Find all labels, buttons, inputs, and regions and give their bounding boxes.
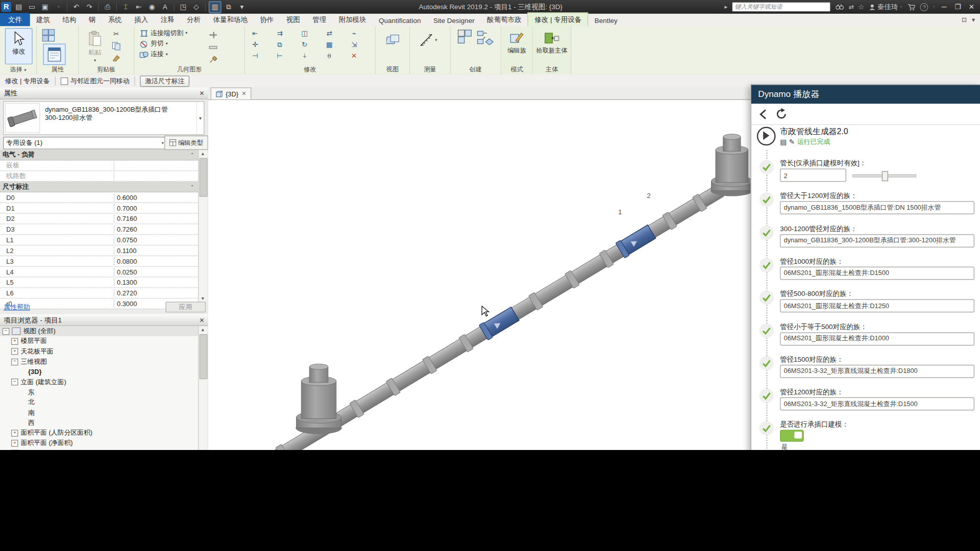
maximize-button[interactable]: ❐ <box>953 3 962 11</box>
create-similar-button[interactable] <box>477 30 494 47</box>
star-icon[interactable]: ☆ <box>858 3 864 11</box>
undo-icon[interactable]: ↶ <box>70 2 82 12</box>
property-value[interactable]: 0.6000 <box>114 194 198 202</box>
mirror-axis-icon[interactable]: ⇄ <box>324 29 334 38</box>
ribbon-tab-视图[interactable]: 视图 <box>280 13 306 27</box>
input-value-field[interactable]: 2 <box>780 169 846 182</box>
ribbon-tab-钢[interactable]: 钢 <box>83 13 102 27</box>
input-value-field[interactable]: 06MS201_圆形混凝土检查井:D1250 <box>780 299 974 313</box>
input-toggle-on[interactable] <box>780 430 804 442</box>
view-tab-close-icon[interactable]: ✕ <box>241 91 246 97</box>
default-3d-view-icon[interactable]: ◳ <box>178 2 189 12</box>
input-slider-handle[interactable] <box>882 171 888 182</box>
property-value[interactable]: 0.0750 <box>114 236 198 244</box>
ribbon-options-icon[interactable]: ⊡ <box>962 16 967 23</box>
edit-script-icon[interactable]: ✎ <box>789 138 795 146</box>
properties-help-link[interactable]: 属性帮助 <box>4 303 30 312</box>
trim-icon[interactable]: ⊣ <box>250 51 260 60</box>
panel-label-mode[interactable]: 模式 <box>501 65 532 73</box>
refresh-icon[interactable] <box>776 108 788 120</box>
copy-icon[interactable]: ⧉ <box>275 40 285 49</box>
wall-joins-icon[interactable] <box>208 30 218 39</box>
collapse-icon[interactable]: − <box>11 379 18 385</box>
tree-item[interactable]: 东 <box>0 387 199 397</box>
ribbon-tab-管理[interactable]: 管理 <box>306 13 332 27</box>
revit-logo[interactable]: R <box>1 2 11 12</box>
input-value-field[interactable]: 06MS201-3-32_矩形直线混凝土检查井:D1500 <box>780 397 974 411</box>
modify-tool-button[interactable]: 修改 <box>5 28 33 64</box>
demolish-icon[interactable] <box>208 55 218 64</box>
join-geometry-button[interactable]: 连接▾ <box>139 50 187 59</box>
array-icon[interactable]: ▦ <box>324 40 334 49</box>
search-input[interactable]: 键入关键字或短语 <box>732 2 830 12</box>
customize-qat-icon[interactable]: ▾ <box>236 2 248 12</box>
tree-item[interactable]: 西 <box>0 418 199 428</box>
tag-icon[interactable]: ◉ <box>146 2 158 12</box>
save-icon[interactable]: ▣ <box>39 2 51 12</box>
paste-button[interactable]: 粘贴▾ <box>83 28 108 63</box>
property-value[interactable]: 0.7260 <box>114 226 198 233</box>
dynamo-header[interactable]: Dynamo 播放器 <box>751 85 980 104</box>
tree-item[interactable]: +面积平面 (人防分区面积) <box>0 428 199 438</box>
property-section-header[interactable]: 电气 - 负荷⌃ <box>0 150 198 161</box>
binoculars-icon[interactable] <box>835 4 844 10</box>
tree-item[interactable]: +面积平面 (总建筑面积) <box>0 448 199 450</box>
project-browser-scrollbar[interactable]: ▲ ▼ <box>198 326 207 450</box>
exchange-icon[interactable]: ⇄ <box>848 4 853 10</box>
type-selector-dropdown-icon[interactable]: ▾ <box>196 102 204 135</box>
ribbon-tab-协作[interactable]: 协作 <box>254 13 280 27</box>
move-icon[interactable]: ✛ <box>250 40 260 49</box>
mirror-icon[interactable]: ◫ <box>300 29 310 38</box>
offset-icon[interactable]: ⇉ <box>275 29 285 38</box>
align-icon[interactable]: ⇤ <box>250 29 260 38</box>
ribbon-tab-体量和场地[interactable]: 体量和场地 <box>207 13 254 27</box>
panel-label-create[interactable]: 创建 <box>451 65 501 73</box>
input-slider-track[interactable] <box>852 174 916 178</box>
move-with-nearby-checkbox[interactable] <box>60 77 68 85</box>
run-script-button[interactable] <box>757 127 776 146</box>
help-icon[interactable]: ? <box>920 3 928 11</box>
input-value-field[interactable]: 06MS201_圆形混凝土检查井:D1000 <box>780 332 974 345</box>
beam-joins-icon[interactable] <box>208 42 218 52</box>
ribbon-tab-文件[interactable]: 文件 <box>0 13 30 27</box>
element-filter-combo[interactable]: 专用设备 (1)▾ <box>3 137 167 149</box>
tree-item[interactable]: {3D} <box>0 367 199 377</box>
ribbon-tab-注释[interactable]: 注释 <box>154 13 180 27</box>
property-value[interactable]: 0.0800 <box>114 257 198 265</box>
panel-label-measure[interactable]: 测量 <box>410 65 450 73</box>
show-log-icon[interactable]: ▤ <box>780 138 787 146</box>
edit-family-button[interactable]: 编辑族 <box>504 28 530 54</box>
collapse-icon[interactable]: − <box>11 358 18 365</box>
panel-label-clipboard[interactable]: 剪贴板 <box>79 65 134 73</box>
text-icon[interactable]: A <box>159 2 170 12</box>
ribbon-tab-建筑[interactable]: 建筑 <box>30 13 56 27</box>
tree-item[interactable]: 南 <box>0 408 199 418</box>
scale-icon[interactable]: ⇲ <box>349 40 359 49</box>
measure-icon[interactable]: ⌶ <box>120 2 131 12</box>
minimize-button[interactable]: ─ <box>939 3 948 11</box>
split-icon[interactable]: ⌁ <box>349 29 359 38</box>
properties-close-icon[interactable]: ✕ <box>199 90 204 96</box>
ribbon-collapse-icon[interactable]: ▾ <box>972 16 975 23</box>
input-value-field[interactable]: dynamo_GB11836_1500B型承插口管:DN 1500排水管 <box>780 202 974 215</box>
sync-icon[interactable]: ◔ <box>53 2 64 12</box>
tree-item[interactable]: +天花板平面 <box>0 346 199 357</box>
ribbon-tab-修改专用设备[interactable]: 修改 | 专用设备 <box>528 12 589 26</box>
expand-icon[interactable]: + <box>11 430 18 436</box>
pick-new-host-button[interactable]: 拾取新主体 <box>536 28 568 54</box>
panel-label-properties[interactable]: 属性 <box>37 65 78 73</box>
property-section-header[interactable]: 尺寸标注⌃ <box>0 182 198 192</box>
property-value[interactable]: 0.1100 <box>114 247 198 255</box>
user-menu[interactable]: 秦佳琦▾ <box>869 2 902 11</box>
delete-icon[interactable]: ✕ <box>349 51 359 60</box>
tree-item[interactable]: −三维视图 <box>0 357 199 367</box>
manhole-lower[interactable] <box>296 364 342 434</box>
panel-label-host[interactable]: 主体 <box>533 65 570 73</box>
selection-box-button[interactable] <box>386 34 400 48</box>
measure-button[interactable]: ▾ <box>419 33 437 47</box>
extend-icon[interactable]: ⊢ <box>275 51 285 60</box>
apply-button[interactable]: 应用 <box>165 302 205 312</box>
ribbon-tab-附加模块[interactable]: 附加模块 <box>332 13 372 27</box>
properties-palette-button[interactable] <box>43 44 65 65</box>
project-icon[interactable]: ▤ <box>13 2 24 12</box>
